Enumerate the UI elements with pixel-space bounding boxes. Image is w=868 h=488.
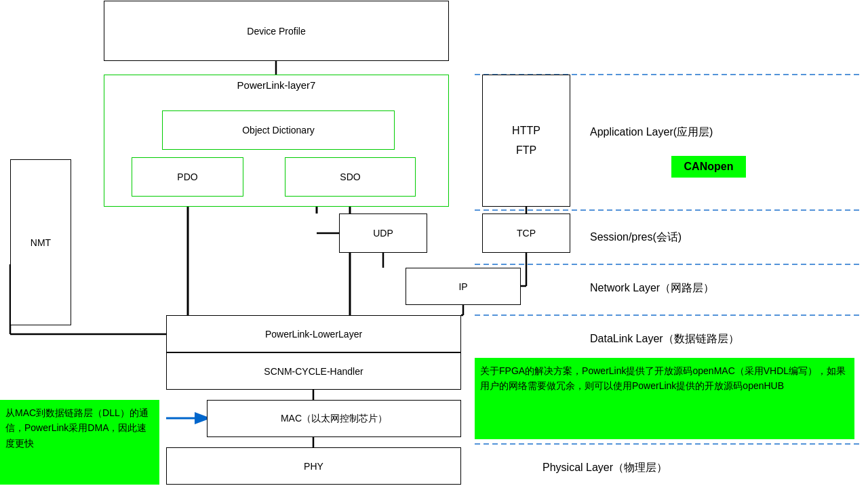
ip-box: IP (406, 268, 521, 305)
network-label: Network Layer（网路层） (590, 281, 714, 296)
application-layer-label: Application Layer(应用层) (590, 125, 713, 140)
pdo-box: PDO (132, 157, 243, 197)
device-profile-box: Device Profile (104, 1, 449, 61)
session-label: Session/pres(会话) (590, 230, 682, 245)
scnm-box: SCNM-CYCLE-Handler (166, 352, 461, 390)
tcp-box: TCP (482, 214, 570, 253)
mac-box: MAC（以太网控制芯片） (207, 400, 461, 437)
physical-label: Physical Layer（物理层） (542, 461, 667, 475)
object-dictionary-box: Object Dictionary (162, 110, 395, 150)
http-ftp-label: HTTPFTP (512, 121, 540, 161)
pl-lowerlayer-box: PowerLink-LowerLayer (166, 315, 461, 352)
object-dictionary-label: Object Dictionary (242, 125, 315, 136)
canopen-highlight: CANopen (671, 156, 746, 178)
nmt-box: NMT (10, 159, 71, 325)
sdo-box: SDO (285, 157, 416, 197)
scnm-label: SCNM-CYCLE-Handler (264, 366, 363, 377)
phy-label: PHY (304, 461, 323, 472)
http-ftp-box: HTTPFTP (482, 75, 570, 207)
ip-label: IP (458, 281, 467, 292)
pdo-label: PDO (177, 171, 197, 182)
pl-lowerlayer-label: PowerLink-LowerLayer (265, 329, 362, 340)
nmt-label: NMT (31, 237, 51, 248)
pl-layer7-label: PowerLink-layer7 (104, 79, 448, 91)
udp-label: UDP (373, 228, 393, 239)
fpga-highlight: 关于FPGA的解决方案，PowerLink提供了开放源码openMAC（采用VH… (475, 358, 854, 439)
sdo-label: SDO (340, 171, 360, 182)
datalink-label: DataLink Layer（数据链路层） (590, 332, 739, 346)
tcp-label: TCP (517, 228, 536, 239)
device-profile-label: Device Profile (247, 26, 305, 37)
mac-label: MAC（以太网控制芯片） (281, 413, 387, 425)
phy-box: PHY (166, 447, 461, 485)
udp-box: UDP (339, 214, 427, 253)
dma-highlight: 从MAC到数据链路层（DLL）的通信，PowerLink采用DMA，因此速度更快 (0, 400, 159, 485)
diagram-container: Device Profile PowerLink-layer7 Object D… (0, 0, 868, 488)
